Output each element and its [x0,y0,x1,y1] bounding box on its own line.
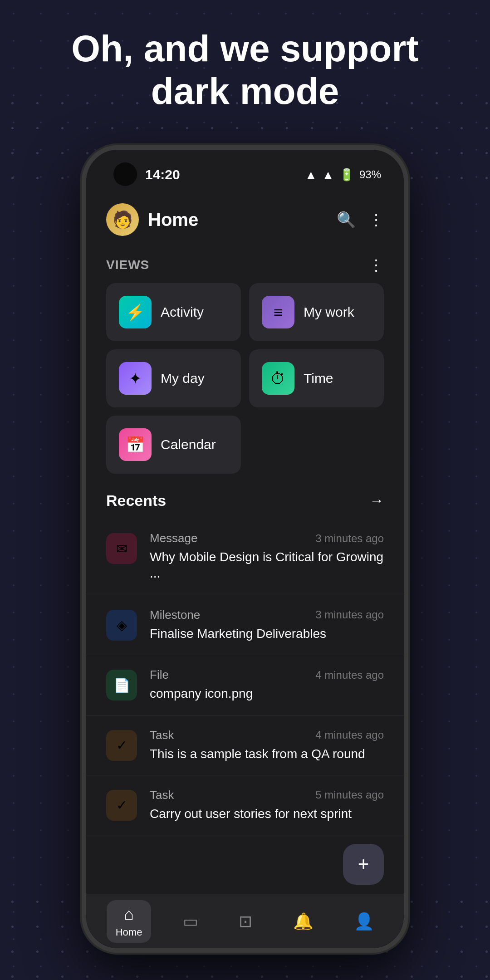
view-item-activity[interactable]: ⚡ Activity [106,283,241,341]
recent-task2-type: Task [150,788,174,802]
recent-message-title: Why Mobile Design is Critical for Growin… [150,549,384,582]
bottom-nav: ⌂ Home ▭ ⊡ 🔔 👤 [86,894,404,948]
recent-file-content: File 4 minutes ago company icon.png [150,668,384,702]
milestone-icon: ◈ [106,610,137,641]
views-section-title: Views [106,258,149,272]
task1-icon: ✓ [106,730,137,761]
view-item-my-work[interactable]: ≡ My work [249,283,384,341]
battery-text: 93% [359,168,381,181]
battery-icon: 🔋 [339,168,354,182]
folders-nav-icon: ▭ [183,912,198,931]
more-menu-button[interactable]: ⋮ [368,211,384,229]
recent-item-task1[interactable]: ✓ Task 4 minutes ago This is a sample ta… [86,715,404,775]
search-button[interactable]: 🔍 [337,211,356,229]
signal-icon: ▲ [322,168,334,182]
time-icon: ⏱ [262,362,294,395]
status-time: 14:20 [145,167,180,182]
views-grid: ⚡ Activity ≡ My work ✦ My day ⏱ Time [86,283,404,485]
activity-label: Activity [161,304,204,320]
page-title: Home [148,210,328,230]
recent-message-type: Message [150,531,198,545]
nav-item-calendar-nav[interactable]: ⊡ [230,907,261,936]
recent-message-content: Message 3 minutes ago Why Mobile Design … [150,531,384,582]
nav-item-home[interactable]: ⌂ Home [107,900,152,943]
recent-file-time: 4 minutes ago [315,669,384,681]
recents-title: Recents [106,492,166,510]
view-item-calendar[interactable]: 📅 Calendar [106,416,241,474]
calendar-label: Calendar [161,437,216,452]
view-item-time[interactable]: ⏱ Time [249,349,384,407]
views-more-button[interactable]: ⋮ [368,256,384,274]
recent-milestone-meta: Milestone 3 minutes ago [150,608,384,622]
recent-task1-time: 4 minutes ago [315,729,384,741]
my-day-label: My day [161,371,205,386]
nav-item-folders[interactable]: ▭ [174,907,207,936]
phone-screen: 14:20 ▲ ▲ 🔋 93% 🧑 Home 🔍 ⋮ Views [86,150,404,948]
top-bar-icons: 🔍 ⋮ [337,211,384,229]
recent-item-task2[interactable]: ✓ Task 5 minutes ago Carry out user stor… [86,775,404,835]
recent-milestone-time: 3 minutes ago [315,608,384,621]
recent-item-file[interactable]: 📄 File 4 minutes ago company icon.png [86,655,404,715]
recent-file-type: File [150,668,169,682]
nav-item-notifications[interactable]: 🔔 [284,907,323,936]
my-day-icon: ✦ [119,362,152,395]
top-bar: 🧑 Home 🔍 ⋮ [86,191,404,249]
volume-button [406,277,408,349]
recent-file-title: company icon.png [150,686,384,702]
views-section-header: Views ⋮ [86,249,404,283]
recent-task1-content: Task 4 minutes ago This is a sample task… [150,728,384,762]
recent-item-milestone[interactable]: ◈ Milestone 3 minutes ago Finalise Marke… [86,595,404,655]
recent-milestone-title: Finalise Marketing Deliverables [150,626,384,642]
wifi-icon: ▲ [305,168,317,182]
recent-task1-meta: Task 4 minutes ago [150,728,384,742]
time-label: Time [304,371,333,386]
fab-button[interactable]: + [343,844,384,885]
camera-hole [113,162,137,186]
recent-task2-content: Task 5 minutes ago Carry out user storie… [150,788,384,822]
view-item-my-day[interactable]: ✦ My day [106,349,241,407]
app-content: 🧑 Home 🔍 ⋮ Views ⋮ ⚡ Activity [86,191,404,894]
recents-arrow[interactable]: → [369,492,384,509]
recent-file-meta: File 4 minutes ago [150,668,384,682]
home-nav-label: Home [116,926,142,938]
home-nav-icon: ⌂ [124,905,134,924]
profile-nav-icon: 👤 [354,912,374,931]
recent-task2-title: Carry out user stories for next sprint [150,806,384,822]
recent-message-time: 3 minutes ago [315,532,384,545]
recent-task2-meta: Task 5 minutes ago [150,788,384,802]
task2-icon: ✓ [106,790,137,821]
calendar-icon: 📅 [119,428,152,461]
avatar[interactable]: 🧑 [106,203,139,236]
recent-task2-time: 5 minutes ago [315,789,384,801]
calendar-nav-icon: ⊡ [239,912,252,931]
hero-text: Oh, and we support dark mode [0,27,490,113]
message-icon: ✉ [106,533,137,564]
recent-milestone-type: Milestone [150,608,200,622]
recent-item-message[interactable]: ✉ Message 3 minutes ago Why Mobile Desig… [86,519,404,595]
my-work-label: My work [304,304,354,320]
nav-item-profile[interactable]: 👤 [345,907,383,936]
phone-frame: 14:20 ▲ ▲ 🔋 93% 🧑 Home 🔍 ⋮ Views [82,145,408,953]
my-work-icon: ≡ [262,296,294,328]
notifications-nav-icon: 🔔 [293,912,314,931]
recent-task1-title: This is a sample task from a QA round [150,746,384,762]
file-icon: 📄 [106,670,137,701]
recent-task1-type: Task [150,728,174,742]
recent-milestone-content: Milestone 3 minutes ago Finalise Marketi… [150,608,384,642]
recent-message-meta: Message 3 minutes ago [150,531,384,545]
activity-icon: ⚡ [119,296,152,328]
status-icons: ▲ ▲ 🔋 93% [305,168,381,182]
recents-section-header: Recents → [86,485,404,519]
